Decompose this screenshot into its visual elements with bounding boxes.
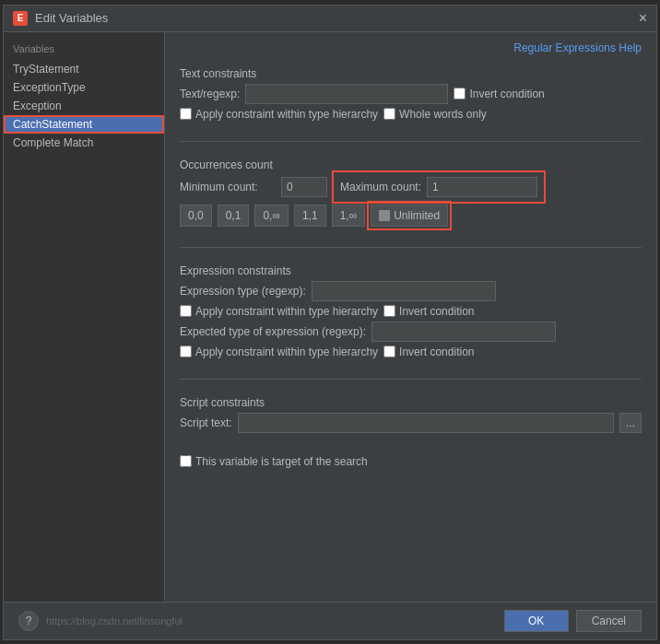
invert-condition-checkbox-2[interactable]: [383, 305, 395, 317]
apply-constraint-label-1: Apply constraint within type hierarchy: [195, 305, 378, 318]
apply-constraint-checkbox-2[interactable]: [180, 345, 192, 357]
text-constraints-label: Text constraints: [180, 67, 642, 80]
ok-button[interactable]: OK: [504, 610, 569, 632]
divider-3: [180, 379, 642, 380]
apply-constraint-wrapper-1: Apply constraint within type hierarchy: [180, 305, 378, 318]
max-count-input[interactable]: [427, 177, 537, 197]
preset-1-inf[interactable]: 1,∞: [332, 205, 366, 227]
expression-constraints-label: Expression constraints: [180, 264, 642, 277]
apply-constraint-label: Apply constraint within type hierarchy: [195, 108, 378, 121]
dialog-body: Variables TryStatement ExceptionType Exc…: [4, 32, 656, 602]
apply-constraint-wrapper: Apply constraint within type hierarchy: [180, 108, 378, 121]
script-text-input[interactable]: [238, 413, 614, 433]
text-constraints-section: Text constraints Text/regexp: Invert con…: [180, 62, 642, 124]
whole-words-label: Whole words only: [399, 108, 487, 121]
script-text-row: Script text: ...: [180, 413, 642, 433]
divider-1: [180, 141, 642, 142]
unlimited-label: Unlimited: [394, 209, 440, 222]
edit-variables-dialog: E Edit Variables × Variables TryStatemen…: [3, 5, 657, 640]
help-question-button[interactable]: ?: [18, 611, 39, 631]
invert-condition-label-1: Invert condition: [469, 88, 544, 100]
apply-constraint-checkbox-1[interactable]: [180, 305, 192, 317]
max-count-label: Maximum count:: [340, 181, 421, 193]
expected-type-input[interactable]: [371, 322, 556, 342]
preset-0-1[interactable]: 0,1: [218, 205, 250, 227]
min-count-input[interactable]: [281, 177, 327, 197]
expr-type-input[interactable]: [312, 281, 496, 301]
expected-type-row: Expected type of expression (regexp):: [180, 322, 642, 342]
occurrences-section: Occurrences count Minimum count: Maximum…: [180, 153, 642, 230]
invert-condition-wrapper-1: Invert condition: [454, 88, 544, 100]
expected-type-label: Expected type of expression (regexp):: [180, 325, 366, 338]
preset-0-0[interactable]: 0,0: [180, 205, 212, 227]
text-regexp-label: Text/regexp:: [180, 88, 240, 100]
expression-constraints-section: Expression constraints Expression type (…: [180, 259, 642, 362]
dialog-icon: E: [13, 11, 28, 26]
sidebar-item-trystatement[interactable]: TryStatement: [4, 60, 164, 78]
script-text-label: Script text:: [180, 416, 232, 429]
dialog-title: Edit Variables: [35, 11, 631, 25]
target-checkbox-wrapper: This variable is target of the search: [180, 455, 368, 468]
target-checkbox-row: This variable is target of the search: [180, 455, 642, 468]
script-dots-button[interactable]: ...: [619, 413, 642, 433]
script-constraints-section: Script constraints Script text: ...: [180, 391, 642, 437]
unlimited-button[interactable]: Unlimited: [371, 205, 448, 227]
preset-1-1[interactable]: 1,1: [294, 205, 326, 227]
cancel-button[interactable]: Cancel: [576, 610, 642, 632]
invert-condition-label-2: Invert condition: [399, 305, 474, 318]
invert-condition-checkbox-3[interactable]: [383, 345, 395, 357]
watermark-text: https://blog.csdn.net/linsongful: [46, 615, 497, 626]
expr-type-row: Expression type (regexp):: [180, 281, 642, 301]
sidebar-item-catchstatement[interactable]: CatchStatement: [4, 115, 164, 134]
preset-0-inf[interactable]: 0,∞: [254, 205, 289, 227]
preset-buttons-row: 0,0 0,1 0,∞ 1,1 1,∞ Unlimited: [180, 205, 642, 227]
expr-type-label: Expression type (regexp):: [180, 285, 306, 298]
invert-condition-checkbox-1[interactable]: [454, 88, 466, 100]
sidebar-item-exceptiontype[interactable]: ExceptionType: [4, 78, 164, 97]
whole-words-wrapper: Whole words only: [383, 108, 487, 121]
sidebar: Variables TryStatement ExceptionType Exc…: [4, 32, 165, 602]
expr-apply-row: Apply constraint within type hierarchy I…: [180, 305, 642, 318]
apply-constraint-row: Apply constraint within type hierarchy W…: [180, 108, 642, 121]
max-count-wrapper: Maximum count:: [336, 175, 541, 199]
footer: ? https://blog.csdn.net/linsongful OK Ca…: [4, 602, 656, 639]
text-regexp-row: Text/regexp: Invert condition: [180, 84, 642, 104]
apply-constraint-label-2: Apply constraint within type hierarchy: [195, 345, 378, 358]
target-checkbox[interactable]: [180, 455, 192, 467]
apply-constraint-wrapper-2: Apply constraint within type hierarchy: [180, 345, 378, 358]
script-constraints-label: Script constraints: [180, 396, 642, 409]
unlimited-icon: [379, 210, 390, 221]
occurrences-count-row: Minimum count: Maximum count:: [180, 175, 642, 199]
invert-condition-wrapper-2: Invert condition: [383, 305, 474, 318]
text-regexp-input[interactable]: [245, 84, 448, 104]
expected-apply-row: Apply constraint within type hierarchy I…: [180, 345, 642, 358]
sidebar-item-completematch[interactable]: Complete Match: [4, 134, 164, 152]
whole-words-checkbox[interactable]: [383, 108, 395, 120]
target-checkbox-label: This variable is target of the search: [195, 455, 368, 468]
invert-condition-wrapper-3: Invert condition: [383, 345, 474, 358]
close-button[interactable]: ×: [639, 11, 647, 26]
apply-constraint-checkbox[interactable]: [180, 108, 192, 120]
title-bar: E Edit Variables ×: [4, 6, 656, 32]
invert-condition-label-3: Invert condition: [399, 345, 474, 358]
main-content: Regular Expressions Help Text constraint…: [165, 32, 656, 602]
occurrences-label: Occurrences count: [180, 158, 642, 171]
sidebar-label: Variables: [4, 40, 164, 60]
sidebar-item-exception[interactable]: Exception: [4, 97, 164, 115]
help-link[interactable]: Regular Expressions Help: [180, 41, 642, 54]
min-count-label: Minimum count:: [180, 181, 272, 193]
divider-2: [180, 247, 642, 248]
